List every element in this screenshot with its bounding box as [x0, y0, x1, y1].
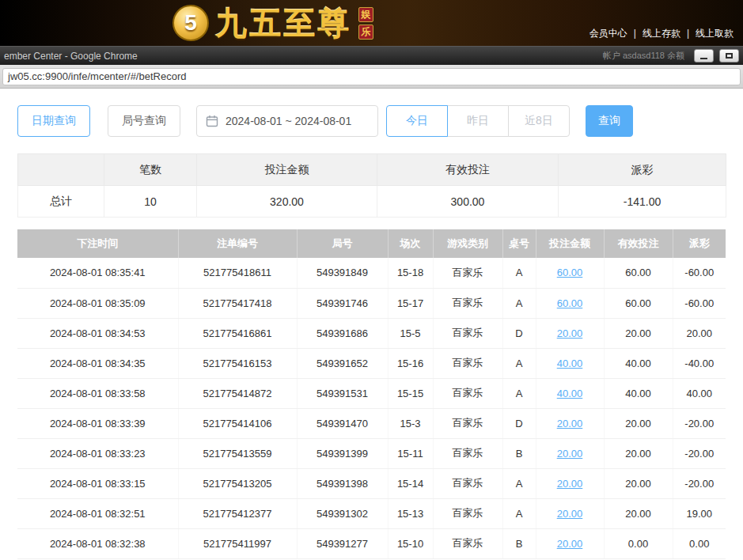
- top-nav: 会员中心|线上存款|线上取款: [588, 27, 735, 40]
- game-type-cell: 百家乐: [433, 258, 502, 288]
- table-row: 2024-08-01 08:33:23521775413559549391399…: [17, 438, 726, 468]
- bet-amount-link[interactable]: 60.00: [557, 297, 583, 309]
- session-cell: 15-17: [388, 288, 433, 318]
- game-type-cell: 百家乐: [433, 468, 502, 498]
- minimize-button[interactable]: [694, 49, 714, 62]
- bet-amount-cell: 60.00: [536, 288, 604, 318]
- maximize-icon: [726, 53, 733, 59]
- nav-link-2[interactable]: 线上取款: [694, 28, 735, 39]
- table-row: 2024-08-01 08:35:09521775417418549391746…: [17, 288, 726, 318]
- table-number-cell: D: [502, 318, 536, 348]
- records-tbody: 2024-08-01 08:35:41521775418611549391849…: [17, 258, 726, 558]
- maximize-button[interactable]: [719, 49, 739, 62]
- search-button[interactable]: 查询: [586, 105, 633, 137]
- round-number-cell: 549391686: [297, 318, 388, 348]
- bet-time-cell: 2024-08-01 08:33:39: [17, 408, 178, 438]
- game-type-cell: 百家乐: [433, 348, 502, 378]
- bet-slip-number-cell: 521775416861: [178, 318, 297, 348]
- bet-amount-link[interactable]: 20.00: [557, 327, 583, 339]
- records-header-row: 下注时间注单编号局号场次游戏类别桌号投注金额有效投注派彩: [17, 229, 726, 258]
- bet-amount-link[interactable]: 20.00: [557, 508, 583, 520]
- round-query-tab[interactable]: 局号查询: [108, 105, 180, 137]
- records-table: 下注时间注单编号局号场次游戏类别桌号投注金额有效投注派彩 2024-08-01 …: [17, 229, 726, 559]
- valid-bet-cell: 20.00: [604, 468, 673, 498]
- session-cell: 15-18: [388, 258, 433, 288]
- bet-amount-link[interactable]: 40.00: [557, 358, 583, 369]
- session-cell: 15-14: [388, 468, 433, 498]
- valid-bet-cell: 0.00: [604, 528, 673, 558]
- date-query-tab[interactable]: 日期查询: [17, 105, 90, 137]
- page-content: 日期查询 局号查询 2024-08-01 ~ 2024-08-01 今日昨日近8…: [0, 89, 743, 559]
- summary-column-header: 投注金额: [197, 154, 377, 186]
- payout-cell: -20.00: [673, 408, 726, 438]
- payout-cell: 20.00: [673, 318, 726, 348]
- bet-amount-link[interactable]: 20.00: [557, 538, 583, 550]
- bet-amount-link[interactable]: 20.00: [557, 448, 583, 460]
- bet-time-cell: 2024-08-01 08:32:51: [17, 498, 178, 528]
- nav-separator: |: [634, 28, 636, 39]
- nav-link-1[interactable]: 线上存款: [641, 28, 682, 39]
- browser-titlebar: ember Center - Google Chrome 帐户 asdasd11…: [0, 46, 743, 65]
- round-number-cell: 549391277: [297, 528, 388, 558]
- payout-cell: -20.00: [673, 468, 726, 498]
- session-cell: 15-3: [388, 408, 433, 438]
- quick-range-yesterday[interactable]: 昨日: [447, 105, 509, 137]
- address-bar[interactable]: jw05.cc:9900/infe/mcenter/#/betRecord: [2, 68, 741, 85]
- nav-link-0[interactable]: 会员中心: [588, 28, 629, 39]
- bet-slip-number-cell: 521775414106: [178, 408, 297, 438]
- summary-cell: 总计: [18, 186, 104, 218]
- logo-badge: 娱: [358, 7, 373, 22]
- bet-slip-number-cell: 521775413559: [178, 438, 297, 468]
- valid-bet-cell: 60.00: [604, 258, 673, 288]
- quick-range-today[interactable]: 今日: [386, 105, 448, 137]
- records-column-header: 投注金额: [536, 229, 604, 258]
- account-info: 帐户 asdasd118 余额: [603, 50, 684, 62]
- bet-slip-number-cell: 521775414872: [178, 378, 297, 408]
- bet-slip-number-cell: 521775418611: [178, 258, 297, 288]
- window-title: ember Center - Google Chrome: [4, 51, 138, 62]
- summary-column-header: 笔数: [104, 154, 197, 186]
- table-row: 2024-08-01 08:33:58521775414872549391531…: [17, 378, 726, 408]
- bet-amount-link[interactable]: 40.00: [557, 388, 583, 399]
- table-row: 2024-08-01 08:33:15521775413205549391398…: [17, 468, 726, 498]
- bet-amount-cell: 20.00: [536, 318, 604, 348]
- summary-data-row: 总计10320.00300.00-141.00: [18, 186, 726, 218]
- records-column-header: 游戏类别: [433, 229, 502, 258]
- bet-time-cell: 2024-08-01 08:34:35: [17, 348, 178, 378]
- bet-time-cell: 2024-08-01 08:32:38: [17, 528, 178, 558]
- table-number-cell: A: [502, 468, 536, 498]
- table-number-cell: B: [502, 438, 536, 468]
- payout-cell: -40.00: [673, 348, 726, 378]
- bet-amount-cell: 40.00: [536, 378, 604, 408]
- date-range-input[interactable]: 2024-08-01 ~ 2024-08-01: [196, 105, 378, 137]
- valid-bet-cell: 20.00: [604, 408, 673, 438]
- records-column-header: 派彩: [673, 229, 726, 258]
- bet-slip-number-cell: 521775417418: [178, 288, 297, 318]
- round-number-cell: 549391531: [297, 378, 388, 408]
- window-controls: [694, 49, 739, 62]
- table-number-cell: A: [502, 288, 536, 318]
- valid-bet-cell: 40.00: [604, 348, 673, 378]
- game-type-cell: 百家乐: [433, 318, 502, 348]
- table-number-cell: D: [502, 408, 536, 438]
- records-column-header: 桌号: [502, 229, 536, 258]
- bet-amount-link[interactable]: 60.00: [557, 267, 583, 278]
- table-row: 2024-08-01 08:32:51521775412377549391302…: [17, 498, 726, 528]
- bet-amount-cell: 40.00: [536, 348, 604, 378]
- bet-slip-number-cell: 521775413205: [178, 468, 297, 498]
- bet-amount-link[interactable]: 20.00: [557, 478, 583, 490]
- minimize-icon: [700, 58, 707, 59]
- site-header: 5 九五至尊 娱乐 会员中心|线上存款|线上取款: [0, 0, 743, 46]
- bet-time-cell: 2024-08-01 08:33:58: [17, 378, 178, 408]
- summary-table: 笔数投注金额有效投注派彩 总计10320.00300.00-141.00: [17, 153, 726, 218]
- round-number-cell: 549391470: [297, 408, 388, 438]
- browser-urlbar: jw05.cc:9900/infe/mcenter/#/betRecord: [0, 65, 743, 89]
- table-number-cell: A: [502, 378, 536, 408]
- bet-amount-cell: 20.00: [536, 408, 604, 438]
- bet-amount-cell: 60.00: [536, 258, 604, 288]
- quick-range-last-8-days[interactable]: 近8日: [508, 105, 570, 137]
- summary-cell: 300.00: [377, 186, 559, 218]
- records-column-header: 注单编号: [178, 229, 297, 258]
- bet-amount-link[interactable]: 20.00: [557, 418, 583, 429]
- game-type-cell: 百家乐: [433, 438, 502, 468]
